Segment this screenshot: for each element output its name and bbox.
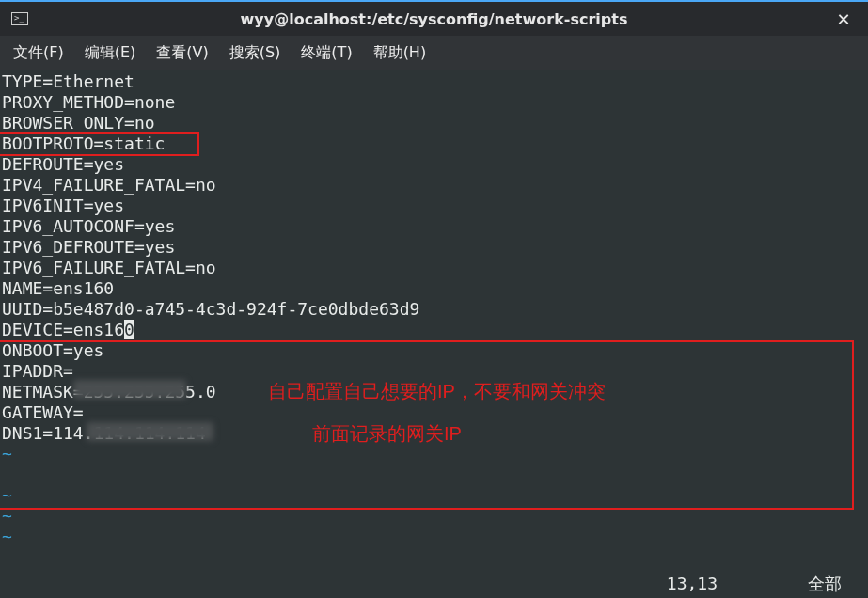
close-icon: ✕ (836, 9, 850, 29)
file-line: GATEWAY= (2, 402, 868, 423)
vim-tilde: ~ (2, 444, 868, 464)
file-line: TYPE=Ethernet (2, 71, 868, 92)
file-line: ONBOOT=yes (2, 340, 868, 361)
file-line: PROXY_METHOD=none (2, 92, 868, 113)
file-line: IPV4_FAILURE_FATAL=no (2, 175, 868, 196)
menu-help[interactable]: 帮助(H) (373, 43, 427, 63)
terminal-pane[interactable]: TYPE=Ethernet PROXY_METHOD=none BROWSER_… (0, 70, 868, 598)
redacted-gateway (87, 422, 213, 441)
line-prefix: DEVICE=ens16 (2, 320, 124, 339)
file-line: BOOTPROTO=static (2, 134, 868, 154)
vim-tilde: ~ (2, 485, 868, 506)
file-line: DEFROUTE=yes (2, 154, 868, 175)
file-line: NAME=ens160 (2, 278, 868, 299)
file-line: IPV6_AUTOCONF=yes (2, 216, 868, 237)
file-line: UUID=b5e487d0-a745-4c3d-924f-7ce0dbde63d… (2, 299, 868, 320)
terminal-icon (11, 12, 28, 25)
file-line: IPV6INIT=yes (2, 196, 868, 216)
annotation-ip: 自己配置自己想要的IP，不要和网关冲突 (268, 381, 606, 401)
file-line: IPV6_FAILURE_FATAL=no (2, 258, 868, 278)
blank-line (2, 464, 868, 485)
close-button[interactable]: ✕ (830, 6, 857, 32)
vim-statusline: 13,13 全部 (9, 574, 859, 594)
scroll-percent: 全部 (808, 574, 842, 594)
menu-view[interactable]: 查看(V) (156, 43, 208, 63)
menu-terminal[interactable]: 终端(T) (301, 43, 352, 63)
file-line: IPADDR= (2, 361, 868, 382)
menu-search[interactable]: 搜索(S) (229, 43, 281, 63)
menu-file[interactable]: 文件(F) (13, 43, 64, 63)
terminal-window: wyy@localhost:/etc/sysconfig/network-scr… (0, 0, 868, 598)
file-line: DEVICE=ens160 (2, 320, 868, 340)
file-line: IPV6_DEFROUTE=yes (2, 237, 868, 258)
vim-cursor: 0 (124, 320, 134, 339)
cursor-position: 13,13 (667, 574, 718, 594)
redacted-ipaddr (73, 380, 186, 399)
window-title: wyy@localhost:/etc/sysconfig/network-scr… (0, 10, 868, 28)
file-line: BROWSER_ONLY=no (2, 113, 868, 134)
vim-tilde: ~ (2, 506, 868, 527)
menu-edit[interactable]: 编辑(E) (85, 43, 136, 63)
vim-tilde: ~ (2, 527, 868, 547)
menubar: 文件(F) 编辑(E) 查看(V) 搜索(S) 终端(T) 帮助(H) (0, 36, 868, 70)
annotation-gateway: 前面记录的网关IP (312, 423, 462, 444)
titlebar: wyy@localhost:/etc/sysconfig/network-scr… (0, 2, 868, 36)
